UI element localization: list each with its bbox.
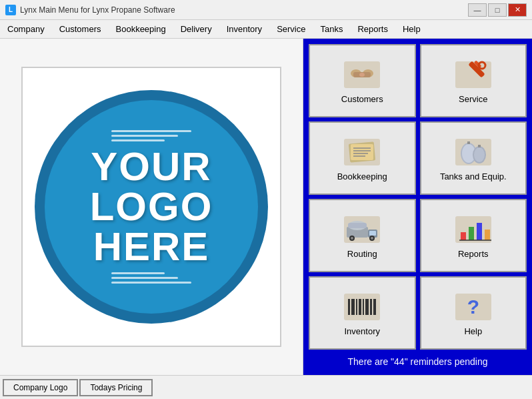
- menu-delivery[interactable]: Delivery: [173, 20, 219, 38]
- menu-help[interactable]: Help: [395, 20, 428, 38]
- svg-rect-45: [365, 299, 369, 315]
- btn-service[interactable]: Service: [420, 44, 527, 117]
- svg-text:?: ?: [467, 296, 479, 318]
- customers-icon: [342, 58, 382, 91]
- btn-reports[interactable]: Reports: [420, 199, 527, 272]
- menu-service[interactable]: Service: [269, 20, 313, 38]
- service-label: Service: [459, 94, 487, 104]
- logo-circle-outer: YOURLOGOHERE: [35, 90, 268, 324]
- logo-text: YOURLOGOHERE: [90, 147, 213, 267]
- title-bar: L Lynx Main Menu for Lynx Propane Softwa…: [0, 0, 532, 20]
- tanks-icon: [453, 135, 493, 169]
- svg-rect-36: [477, 223, 482, 240]
- inventory-label: Inventory: [345, 326, 380, 336]
- svg-rect-37: [485, 230, 490, 240]
- menu-reports[interactable]: Reports: [350, 20, 395, 38]
- logo-container: YOURLOGOHERE: [21, 67, 281, 347]
- svg-rect-42: [356, 299, 357, 315]
- reports-label: Reports: [458, 249, 489, 259]
- grid-buttons: Customers Service: [309, 44, 527, 350]
- svg-rect-19: [467, 141, 470, 144]
- service-icon: [453, 58, 493, 91]
- main-content: YOURLOGOHERE: [0, 39, 532, 375]
- logo-lines-bottom: [111, 272, 191, 284]
- menu-tanks[interactable]: Tanks: [313, 20, 350, 38]
- reports-icon: [453, 213, 493, 246]
- svg-rect-40: [348, 299, 350, 315]
- svg-rect-35: [469, 227, 474, 240]
- logo-line-3: [111, 139, 165, 141]
- btn-customers[interactable]: Customers: [309, 44, 416, 117]
- logo-line-2: [111, 135, 178, 137]
- routing-icon: [342, 213, 382, 246]
- menu-customers[interactable]: Customers: [52, 20, 109, 38]
- left-panel: YOURLOGOHERE: [0, 39, 303, 375]
- svg-rect-44: [363, 299, 364, 315]
- maximize-button[interactable]: □: [488, 3, 507, 17]
- btn-inventory[interactable]: Inventory: [309, 276, 416, 350]
- logo-circle-inner: YOURLOGOHERE: [45, 100, 258, 314]
- svg-point-28: [351, 237, 353, 240]
- right-panel: Customers Service: [303, 39, 532, 375]
- window-controls: — □ ✕: [468, 3, 527, 17]
- company-logo-button[interactable]: Company Logo: [3, 379, 78, 396]
- logo-line-6: [111, 282, 191, 284]
- svg-rect-22: [478, 145, 481, 147]
- bookkeeping-label: Bookkeeping: [337, 171, 387, 181]
- svg-rect-47: [373, 299, 376, 315]
- help-icon: ?: [453, 290, 493, 324]
- menu-bookkeeping[interactable]: Bookkeeping: [109, 20, 173, 38]
- btn-bookkeeping[interactable]: Bookkeeping: [309, 121, 416, 195]
- logo-lines-top: [111, 130, 191, 141]
- svg-point-21: [474, 147, 485, 162]
- routing-label: Routing: [347, 249, 377, 259]
- reminder-text: There are "44" reminders pending: [309, 350, 527, 370]
- bottom-bar: Company Logo Todays Pricing: [0, 375, 532, 399]
- help-label: Help: [464, 326, 482, 336]
- btn-routing[interactable]: Routing: [309, 199, 416, 272]
- svg-rect-32: [348, 223, 367, 228]
- svg-rect-11: [351, 144, 373, 160]
- svg-rect-46: [370, 299, 372, 315]
- menu-bar: Company Customers Bookkeeping Delivery I…: [0, 20, 532, 39]
- svg-rect-41: [351, 299, 355, 315]
- inventory-icon: [342, 290, 382, 324]
- tanks-label: Tanks and Equip.: [440, 171, 507, 181]
- svg-point-30: [371, 237, 373, 240]
- close-button[interactable]: ✕: [508, 3, 527, 17]
- btn-help[interactable]: ? Help: [420, 276, 527, 350]
- todays-pricing-button[interactable]: Todays Pricing: [79, 379, 153, 396]
- minimize-button[interactable]: —: [468, 3, 487, 17]
- customers-label: Customers: [341, 94, 383, 104]
- logo-line-4: [111, 272, 165, 274]
- app-icon: L: [5, 5, 16, 15]
- menu-company[interactable]: Company: [0, 20, 52, 38]
- logo-line-5: [111, 277, 178, 279]
- svg-rect-43: [359, 299, 361, 315]
- svg-rect-34: [461, 232, 466, 240]
- svg-rect-26: [369, 231, 376, 236]
- menu-inventory[interactable]: Inventory: [219, 20, 269, 38]
- bookkeeping-icon: [342, 135, 382, 169]
- btn-tanks[interactable]: Tanks and Equip.: [420, 121, 527, 195]
- logo-line-1: [111, 130, 191, 132]
- window-title: Lynx Main Menu for Lynx Propane Software: [20, 5, 468, 15]
- svg-point-4: [359, 73, 365, 77]
